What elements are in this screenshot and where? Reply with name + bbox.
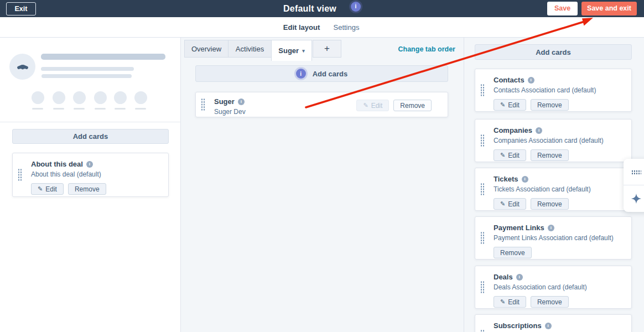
edit-button-disabled[interactable]: ✎ Edit bbox=[356, 100, 389, 111]
remove-label: Remove bbox=[537, 101, 562, 109]
page-title: Default view bbox=[283, 4, 336, 14]
column-divider bbox=[464, 38, 464, 332]
info-icon[interactable]: i bbox=[238, 98, 245, 105]
skeleton-action-label bbox=[74, 108, 85, 110]
drag-handle-icon[interactable] bbox=[201, 98, 205, 111]
save-and-exit-button[interactable]: Save and exit bbox=[581, 2, 637, 15]
remove-label: Remove bbox=[537, 298, 562, 306]
edit-label: Edit bbox=[508, 101, 520, 109]
remove-label: Remove bbox=[500, 249, 525, 257]
skeleton-action-circle bbox=[94, 91, 107, 104]
skeleton-action-circle bbox=[114, 91, 127, 104]
card-title: Payment Links bbox=[494, 224, 544, 232]
drag-handle-icon[interactable] bbox=[480, 134, 485, 147]
skeleton-action-label bbox=[53, 108, 64, 110]
change-tab-order-link[interactable]: Change tab order bbox=[382, 45, 455, 53]
right-add-cards-button[interactable]: Add cards bbox=[475, 44, 632, 60]
remove-button[interactable]: Remove bbox=[531, 149, 569, 161]
remove-button[interactable]: Remove bbox=[531, 99, 569, 111]
top-bar: Exit Default view i Save Save and exit bbox=[0, 0, 644, 17]
tab-edit-layout[interactable]: Edit layout bbox=[277, 17, 326, 37]
card-subtitle: Payment Links Association card (default) bbox=[494, 234, 631, 242]
add-cards-label: Add cards bbox=[313, 70, 348, 78]
left-add-cards-button[interactable]: Add cards bbox=[12, 129, 169, 144]
about-this-deal-card: About this deal i About this deal (defau… bbox=[12, 153, 169, 197]
info-icon[interactable]: i bbox=[516, 274, 523, 281]
contacts-card: Contactsi Contacts Association card (def… bbox=[475, 69, 632, 112]
record-tab-overview[interactable]: Overview bbox=[184, 40, 228, 58]
edit-button[interactable]: ✎Edit bbox=[494, 149, 526, 161]
center-add-cards-button[interactable]: i Add cards bbox=[195, 65, 448, 82]
drag-handle-icon[interactable] bbox=[480, 183, 485, 196]
edit-label: Edit bbox=[45, 185, 57, 193]
skeleton-text-bar bbox=[41, 67, 134, 71]
plus-icon: + bbox=[324, 43, 330, 54]
skeleton-action-label bbox=[95, 108, 106, 110]
onboarding-info-beacon[interactable]: i bbox=[351, 2, 361, 12]
subscriptions-card: Subscriptionsi Subscriptions Association… bbox=[475, 314, 632, 332]
deals-card: Dealsi Deals Association card (default) … bbox=[475, 266, 632, 309]
card-title: Tickets bbox=[494, 175, 518, 183]
widget-drag-handle[interactable] bbox=[624, 159, 644, 185]
edit-button[interactable]: ✎Edit bbox=[494, 296, 526, 308]
drag-handle-icon[interactable] bbox=[480, 84, 485, 97]
skeleton-action-circle bbox=[134, 91, 147, 104]
info-icon[interactable]: i bbox=[528, 77, 534, 84]
drag-handle-icon[interactable] bbox=[480, 281, 485, 294]
card-subtitle: Tickets Association card (default) bbox=[494, 185, 631, 193]
card-actions: ✎ Edit Remove bbox=[356, 100, 432, 111]
payment-links-card: Payment Linksi Payment Links Association… bbox=[475, 216, 632, 260]
drag-handle-icon[interactable] bbox=[18, 169, 22, 181]
info-icon[interactable]: i bbox=[548, 225, 554, 231]
remove-label: Remove bbox=[537, 152, 562, 159]
record-tab-label: Activities bbox=[236, 45, 264, 53]
remove-button[interactable]: Remove bbox=[531, 198, 569, 210]
remove-button[interactable]: Remove bbox=[393, 100, 432, 111]
record-tab-suger[interactable]: Suger ▾ bbox=[271, 40, 312, 61]
card-subtitle: About this deal (default) bbox=[31, 170, 168, 178]
view-title-group: Default view i bbox=[283, 0, 361, 17]
info-icon[interactable]: i bbox=[522, 176, 528, 183]
sparkle-icon bbox=[631, 193, 642, 204]
add-cards-label: Add cards bbox=[73, 132, 108, 141]
pencil-icon: ✎ bbox=[500, 102, 505, 108]
info-icon[interactable]: i bbox=[86, 161, 93, 168]
record-tab-label: Suger bbox=[278, 46, 299, 55]
skeleton-action-circle bbox=[53, 91, 65, 104]
edit-label: Edit bbox=[508, 298, 520, 306]
record-tab-label: Overview bbox=[191, 45, 221, 53]
edit-button[interactable]: ✎ Edit bbox=[31, 183, 64, 195]
remove-button[interactable]: Remove bbox=[531, 296, 569, 308]
info-icon[interactable]: i bbox=[536, 127, 542, 134]
exit-button[interactable]: Exit bbox=[6, 2, 36, 15]
edit-button[interactable]: ✎Edit bbox=[494, 99, 526, 111]
floating-side-widget bbox=[624, 159, 644, 212]
suger-card: Suger i Suger Dev ✎ Edit Remove bbox=[195, 92, 448, 117]
tab-settings-label: Settings bbox=[334, 23, 360, 32]
editor-nav: Edit layout Settings bbox=[0, 17, 644, 38]
record-tab-activities[interactable]: Activities bbox=[228, 40, 272, 58]
info-icon[interactable]: i bbox=[545, 323, 552, 329]
copilot-button[interactable] bbox=[624, 185, 644, 212]
card-title: Suger bbox=[214, 97, 235, 106]
drag-handle-icon[interactable] bbox=[480, 232, 485, 245]
layout-editor-page: Exit Default view i Save Save and exit E… bbox=[0, 0, 644, 332]
pencil-icon: ✎ bbox=[38, 186, 43, 192]
card-title: About this deal bbox=[31, 160, 83, 168]
remove-button[interactable]: Remove bbox=[494, 247, 532, 258]
card-title: Deals bbox=[494, 273, 513, 281]
onboarding-info-beacon[interactable]: i bbox=[296, 69, 306, 79]
tab-edit-layout-label: Edit layout bbox=[283, 23, 320, 32]
add-tab-button[interactable]: + bbox=[313, 40, 341, 58]
edit-label: Edit bbox=[508, 152, 520, 159]
skeleton-action-circle bbox=[73, 91, 86, 104]
remove-button[interactable]: Remove bbox=[68, 183, 106, 195]
edit-button[interactable]: ✎Edit bbox=[494, 198, 526, 210]
drag-dots-icon bbox=[631, 170, 641, 174]
tab-settings[interactable]: Settings bbox=[329, 17, 363, 37]
pencil-icon: ✎ bbox=[500, 152, 505, 158]
chevron-down-icon: ▾ bbox=[302, 48, 305, 54]
save-button[interactable]: Save bbox=[547, 2, 578, 15]
drag-handle-icon[interactable] bbox=[480, 330, 485, 332]
skeleton-text-bar bbox=[41, 74, 132, 78]
